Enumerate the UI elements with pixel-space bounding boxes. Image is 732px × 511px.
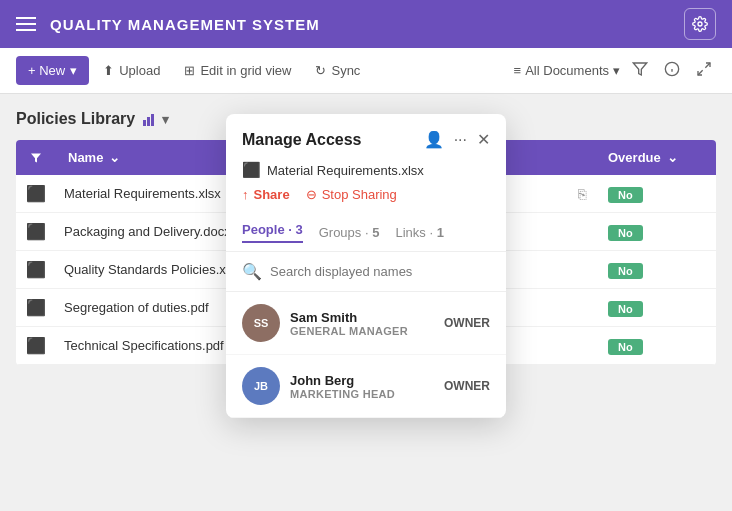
modal-file-row: ⬛ Material Requirements.xlsx: [226, 161, 506, 187]
tab-links[interactable]: Links · 1: [395, 225, 443, 240]
stop-icon: ⊖: [306, 187, 317, 202]
search-icon: 🔍: [242, 262, 262, 281]
tab-groups[interactable]: Groups · 5: [319, 225, 380, 240]
avatar-sam-smith: SS: [242, 304, 280, 342]
stop-sharing-button[interactable]: ⊖ Stop Sharing: [306, 187, 397, 202]
grid-icon: ⊞: [184, 63, 195, 78]
avatar-john-berg: JB: [242, 367, 280, 405]
sync-button[interactable]: ↻ Sync: [305, 57, 370, 84]
person-role: GENERAL MANAGER: [290, 325, 434, 337]
person-info: Sam Smith GENERAL MANAGER: [290, 310, 434, 337]
gear-icon: [692, 16, 708, 32]
sync-icon: ↻: [315, 63, 326, 78]
person-role: MARKETING HEAD: [290, 388, 434, 400]
modal-file-name: ⬛ Material Requirements.xlsx: [242, 161, 424, 179]
all-documents-button[interactable]: ≡ All Documents ▾: [514, 63, 620, 78]
svg-line-5: [705, 63, 710, 68]
new-button-label: + New: [28, 63, 65, 78]
modal-title: Manage Access: [242, 131, 361, 149]
info-button[interactable]: [660, 57, 684, 85]
modal-file-xlsx-icon: ⬛: [242, 161, 261, 179]
header: QUALITY MANAGEMENT SYSTEM: [0, 0, 732, 48]
filter-icon: [632, 61, 648, 77]
share-icon: ↑: [242, 187, 249, 202]
hamburger-menu[interactable]: [16, 17, 36, 31]
expand-icon: [696, 61, 712, 77]
all-docs-chevron-icon: ▾: [613, 63, 620, 78]
toolbar: + New ▾ ⬆ Upload ⊞ Edit in grid view ↻ S…: [0, 48, 732, 94]
person-info: John Berg MARKETING HEAD: [290, 373, 434, 400]
modal-tabs: People · 3 Groups · 5 Links · 1: [226, 214, 506, 252]
person-name: John Berg: [290, 373, 434, 388]
modal-actions: ↑ Share ⊖ Stop Sharing: [226, 187, 506, 214]
svg-line-6: [698, 70, 703, 75]
filter-lines-icon: ≡: [514, 63, 522, 78]
main-content: Policies Library ▾ Name ⌄ Overdue ⌄: [0, 94, 732, 381]
filter-button[interactable]: [628, 57, 652, 85]
header-left: QUALITY MANAGEMENT SYSTEM: [16, 16, 320, 33]
modal-close-button[interactable]: ✕: [477, 130, 490, 149]
modal-search: 🔍: [226, 252, 506, 292]
upload-button[interactable]: ⬆ Upload: [93, 57, 170, 84]
person-permission: OWNER: [444, 316, 490, 330]
tab-people[interactable]: People · 3: [242, 222, 303, 243]
modal-header-icons: 👤 ··· ✕: [424, 130, 490, 149]
person-icon: 👤: [424, 130, 444, 149]
modal-more-button[interactable]: ···: [454, 131, 467, 149]
upload-icon: ⬆: [103, 63, 114, 78]
share-button[interactable]: ↑ Share: [242, 187, 290, 202]
search-input[interactable]: [270, 264, 490, 279]
modal-header: Manage Access 👤 ··· ✕: [226, 114, 506, 161]
new-chevron-icon: ▾: [70, 63, 77, 78]
person-name: Sam Smith: [290, 310, 434, 325]
manage-access-modal: Manage Access 👤 ··· ✕ ⬛ Material Require…: [226, 114, 506, 418]
new-button[interactable]: + New ▾: [16, 56, 89, 85]
expand-button[interactable]: [692, 57, 716, 85]
settings-button[interactable]: [684, 8, 716, 40]
person-row: JB John Berg MARKETING HEAD OWNER: [226, 355, 506, 418]
modal-overlay: Manage Access 👤 ··· ✕ ⬛ Material Require…: [0, 94, 732, 381]
edit-grid-button[interactable]: ⊞ Edit in grid view: [174, 57, 301, 84]
app-title: QUALITY MANAGEMENT SYSTEM: [50, 16, 320, 33]
svg-point-0: [698, 22, 702, 26]
info-icon: [664, 61, 680, 77]
toolbar-right: ≡ All Documents ▾: [514, 57, 716, 85]
svg-marker-1: [633, 63, 646, 75]
person-row: SS Sam Smith GENERAL MANAGER OWNER: [226, 292, 506, 355]
person-permission: OWNER: [444, 379, 490, 393]
